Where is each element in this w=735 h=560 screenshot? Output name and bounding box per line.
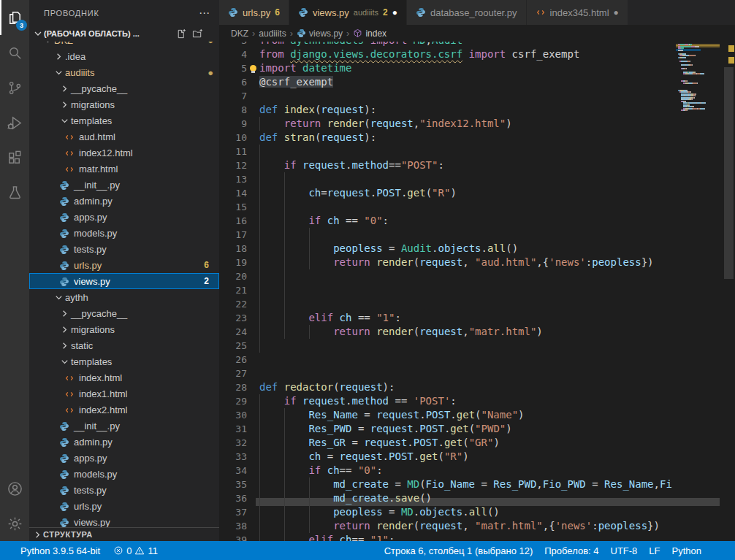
code-line-28[interactable]: 28def redactor(request): — [219, 380, 676, 394]
code-line-12[interactable]: 12 if request.method=="POST": — [219, 158, 676, 172]
cursor-position[interactable]: Строка 6, столбец 1 (выбрано 12) — [384, 545, 533, 556]
line-number[interactable]: 25 — [219, 339, 247, 353]
tree-item-admin.py[interactable]: admin.py — [29, 193, 219, 209]
line-number[interactable]: 33 — [219, 450, 247, 464]
tree-item-__pycache__[interactable]: __pycache__ — [29, 305, 219, 321]
outline-section-header[interactable]: СТРУКТУРА — [29, 527, 219, 541]
tree-item-index1.html[interactable]: index1.html — [29, 386, 219, 402]
code-line-30[interactable]: 30 Res_Name = request.POST.get("Name") — [219, 408, 676, 422]
views-and-more-actions-icon[interactable]: ⋯ — [199, 7, 210, 20]
code-line-15[interactable]: 15 — [219, 200, 676, 214]
tree-item-apps.py[interactable]: apps.py — [29, 450, 219, 466]
tree-item-models.py[interactable]: models.py — [29, 225, 219, 241]
breadcrumb-item-index[interactable]: index — [353, 28, 386, 39]
line-number[interactable]: 12 — [219, 158, 247, 172]
tree-item-templates[interactable]: templates — [29, 353, 219, 369]
code-line-7[interactable]: 7 — [219, 89, 676, 103]
tab-index345.html[interactable]: index345.html● — [527, 0, 628, 25]
code-line-17[interactable]: 17 — [219, 228, 676, 242]
breadcrumb-item-audiiits[interactable]: audiiits — [259, 28, 286, 39]
vertical-scrollbar[interactable] — [724, 67, 734, 279]
line-number[interactable]: 9 — [219, 117, 247, 131]
code-line-10[interactable]: 10def stran(request): — [219, 131, 676, 145]
line-number[interactable]: 21 — [219, 283, 247, 297]
line-number[interactable]: 10 — [219, 131, 247, 145]
tree-item-index.html[interactable]: index.html — [29, 369, 219, 386]
line-number[interactable]: 20 — [219, 269, 247, 283]
line-number[interactable]: 11 — [219, 145, 247, 158]
new-folder-icon[interactable] — [192, 28, 203, 39]
line-number[interactable]: 17 — [219, 228, 247, 242]
tab-views.py[interactable]: views.pyaudiiits2● — [289, 0, 407, 25]
tree-item-templates[interactable]: templates — [29, 112, 219, 129]
new-file-icon[interactable] — [175, 28, 186, 39]
tree-item-models.py[interactable]: models.py — [29, 466, 219, 482]
tree-item-matr.html[interactable]: matr.html — [29, 161, 219, 177]
workspace-section-header[interactable]: (РАБОЧАЯ ОБЛАСТЬ) ... — [29, 26, 219, 42]
source-control-icon[interactable] — [0, 70, 29, 105]
testing-beaker-icon[interactable] — [0, 175, 29, 210]
tree-item-urls.py[interactable]: urls.py6 — [29, 257, 219, 273]
tree-item-migrations[interactable]: migrations — [29, 96, 219, 112]
search-icon[interactable] — [0, 35, 29, 70]
code-line-33[interactable]: 33 ch = request.POST.get("R") — [219, 450, 676, 464]
tree-item-tests.py[interactable]: tests.py — [29, 241, 219, 257]
line-number[interactable]: 4 — [219, 47, 247, 61]
line-number[interactable]: 28 — [219, 380, 247, 394]
tree-item-migrations[interactable]: migrations — [29, 321, 219, 337]
python-interpreter-status[interactable]: Python 3.9.5 64-bit — [20, 545, 100, 556]
line-number[interactable]: 32 — [219, 436, 247, 450]
line-number[interactable]: 38 — [219, 519, 247, 533]
eol-sequence[interactable]: LF — [649, 545, 660, 556]
line-number[interactable]: 34 — [219, 464, 247, 477]
code-line-23[interactable]: 23 elif ch == "1": — [219, 311, 676, 325]
tree-item-__init__.py[interactable]: __init__.py — [29, 177, 219, 193]
unsaved-dot-icon[interactable]: ● — [614, 7, 619, 18]
tree-item-__init__.py[interactable]: __init__.py — [29, 418, 219, 434]
code-line-29[interactable]: 29 if request.method == 'POST': — [219, 394, 676, 408]
code-line-27[interactable]: 27 — [219, 367, 676, 380]
line-number[interactable]: 24 — [219, 325, 247, 339]
tree-item-__pycache__[interactable]: __pycache__ — [29, 80, 219, 96]
unsaved-dot-icon[interactable]: ● — [392, 7, 397, 18]
line-number[interactable]: 14 — [219, 186, 247, 200]
tree-item-.idea[interactable]: .idea — [29, 48, 219, 64]
extensions-icon[interactable] — [0, 140, 29, 175]
code-line-24[interactable]: 24 return render(request,"matr.html") — [219, 325, 676, 339]
tree-item-aud.html[interactable]: aud.html — [29, 129, 219, 145]
line-number[interactable]: 5 — [219, 61, 247, 75]
code-line-5[interactable]: 5import datetime — [219, 61, 676, 75]
code-line-18[interactable]: 18 peopless = Audit.objects.all() — [219, 242, 676, 256]
line-number[interactable]: 26 — [219, 353, 247, 367]
code-line-37[interactable]: 37 peopless = MD.objects.all() — [219, 505, 676, 519]
line-number[interactable]: 29 — [219, 394, 247, 408]
code-line-38[interactable]: 38 return render(request, "matr.html",{'… — [219, 519, 676, 533]
code-line-25[interactable]: 25 — [219, 339, 676, 353]
tree-item-audiiits[interactable]: audiiits● — [29, 64, 219, 80]
problems-status[interactable]: 0 11 — [113, 545, 158, 556]
line-number[interactable]: 19 — [219, 256, 247, 269]
line-number[interactable]: 22 — [219, 297, 247, 311]
accounts-icon[interactable] — [0, 471, 29, 506]
tree-item-admin.py[interactable]: admin.py — [29, 434, 219, 450]
lightbulb-icon[interactable] — [250, 65, 256, 72]
code-line-32[interactable]: 32 Res_GR = request.POST.get("GR") — [219, 436, 676, 450]
code-line-9[interactable]: 9 return render(request,"index12.html") — [219, 117, 676, 131]
line-number[interactable]: 30 — [219, 408, 247, 422]
explorer-icon[interactable]: 3 — [0, 0, 29, 35]
line-number[interactable]: 27 — [219, 367, 247, 380]
line-number[interactable]: 35 — [219, 477, 247, 491]
tree-item-static[interactable]: static — [29, 337, 219, 353]
code-line-21[interactable]: 21 — [219, 283, 676, 297]
tree-item-tests.py[interactable]: tests.py — [29, 482, 219, 498]
line-number[interactable]: 6 — [219, 75, 247, 89]
code-line-34[interactable]: 34 if ch== "0": — [219, 464, 676, 477]
code-line-6[interactable]: 6@csrf_exempt — [219, 75, 676, 89]
code-line-39[interactable]: 39 elif ch== "1": — [219, 533, 676, 541]
tree-item-views.py[interactable]: views.py2 — [29, 273, 219, 289]
code-line-13[interactable]: 13 — [219, 172, 676, 186]
minimap[interactable] — [676, 0, 720, 541]
tab-database_roouter.py[interactable]: database_roouter.py — [407, 0, 527, 25]
line-number[interactable]: 31 — [219, 422, 247, 436]
line-number[interactable]: 39 — [219, 533, 247, 541]
